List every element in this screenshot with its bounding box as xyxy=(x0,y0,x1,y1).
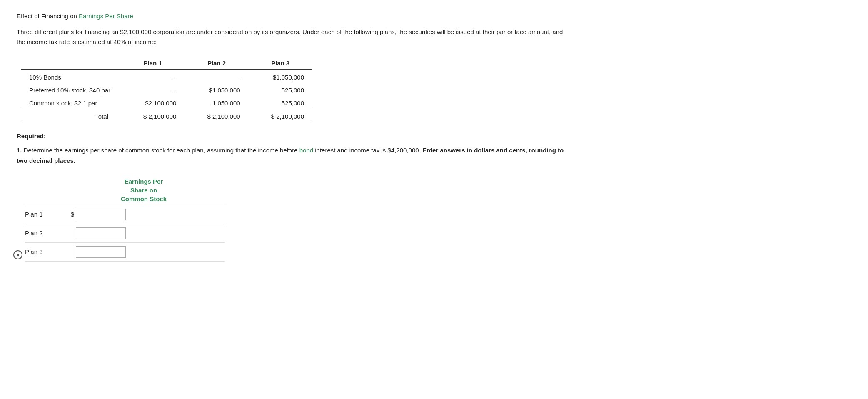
eps-input-plan3[interactable] xyxy=(76,246,126,258)
eps-row-plan1: Plan 1 $ xyxy=(25,205,225,224)
description-text: Three different plans for financing an $… xyxy=(17,27,566,47)
eps-row-plan1-label: Plan 1 xyxy=(25,205,62,224)
page-title-highlight: Earnings Per Share xyxy=(79,12,133,20)
table-row: 10% Bonds – – $1,050,000 xyxy=(21,70,312,84)
row-bonds-plan3: $1,050,000 xyxy=(249,70,312,84)
eps-header-line3: Common Stock xyxy=(121,195,167,202)
eps-header-line2: Share on xyxy=(130,187,157,194)
question-after-highlight: interest and income tax is $4,200,000. xyxy=(315,147,422,154)
eps-row-plan3: Plan 3 xyxy=(25,242,225,261)
eps-header-line1: Earnings Per xyxy=(125,178,163,185)
eps-row-plan2-input-cell xyxy=(75,224,225,242)
eps-row-plan3-label: Plan 3 xyxy=(25,242,62,261)
eps-row-plan1-input-cell xyxy=(75,205,225,224)
col-header-empty xyxy=(21,57,121,70)
table-row: Common stock, $2.1 par $2,100,000 1,050,… xyxy=(21,97,312,110)
eps-table: Earnings Per Share on Common Stock Plan … xyxy=(25,175,225,262)
col-header-plan1: Plan 1 xyxy=(121,57,185,70)
row-common-plan2: 1,050,000 xyxy=(185,97,248,110)
row-preferred-plan1: – xyxy=(121,84,185,97)
question-body: Determine the earnings per share of comm… xyxy=(24,147,299,154)
row-total-plan3: $ 2,100,000 xyxy=(249,110,312,123)
row-bonds-plan1: – xyxy=(121,70,185,84)
col-header-plan3: Plan 3 xyxy=(249,57,312,70)
row-label-total: Total xyxy=(21,110,121,123)
row-total-plan1: $ 2,100,000 xyxy=(121,110,185,123)
eps-row-plan1-dollar: $ xyxy=(62,205,75,224)
row-label-bonds: 10% Bonds xyxy=(21,70,121,84)
eps-row-plan2-label: Plan 2 xyxy=(25,224,62,242)
eps-section: ● Earnings Per Share on Common Stock Pla… xyxy=(25,175,566,262)
row-common-plan1: $2,100,000 xyxy=(121,97,185,110)
eps-input-plan1[interactable] xyxy=(76,209,126,220)
eps-row-plan2: Plan 2 xyxy=(25,224,225,242)
row-preferred-plan2: $1,050,000 xyxy=(185,84,248,97)
row-total-plan2: $ 2,100,000 xyxy=(185,110,248,123)
page-title: Effect of Financing on Earnings Per Shar… xyxy=(17,12,566,20)
row-common-plan3: 525,000 xyxy=(249,97,312,110)
table-row: Preferred 10% stock, $40 par – $1,050,00… xyxy=(21,84,312,97)
page-title-prefix: Effect of Financing on xyxy=(17,12,79,20)
eps-col-header: Earnings Per Share on Common Stock xyxy=(62,175,225,205)
financing-table: Plan 1 Plan 2 Plan 3 10% Bonds – – $1,05… xyxy=(21,57,312,123)
row-label-preferred: Preferred 10% stock, $40 par xyxy=(21,84,121,97)
question-number: 1. xyxy=(17,147,22,154)
col-header-plan2: Plan 2 xyxy=(185,57,248,70)
question-highlight: bond xyxy=(299,147,313,154)
question-text: 1. Determine the earnings per share of c… xyxy=(17,145,566,166)
eps-col-label xyxy=(25,175,62,205)
required-label: Required: xyxy=(17,132,566,140)
row-preferred-plan3: 525,000 xyxy=(249,84,312,97)
row-bonds-plan2: – xyxy=(185,70,248,84)
eps-row-plan2-dollar xyxy=(62,224,75,242)
eps-input-plan2[interactable] xyxy=(76,227,126,239)
eps-row-plan3-input-cell xyxy=(75,242,225,261)
table-row-total: Total $ 2,100,000 $ 2,100,000 $ 2,100,00… xyxy=(21,110,312,123)
scroll-indicator[interactable]: ● xyxy=(13,250,22,259)
eps-row-plan3-dollar xyxy=(62,242,75,261)
row-label-common: Common stock, $2.1 par xyxy=(21,97,121,110)
